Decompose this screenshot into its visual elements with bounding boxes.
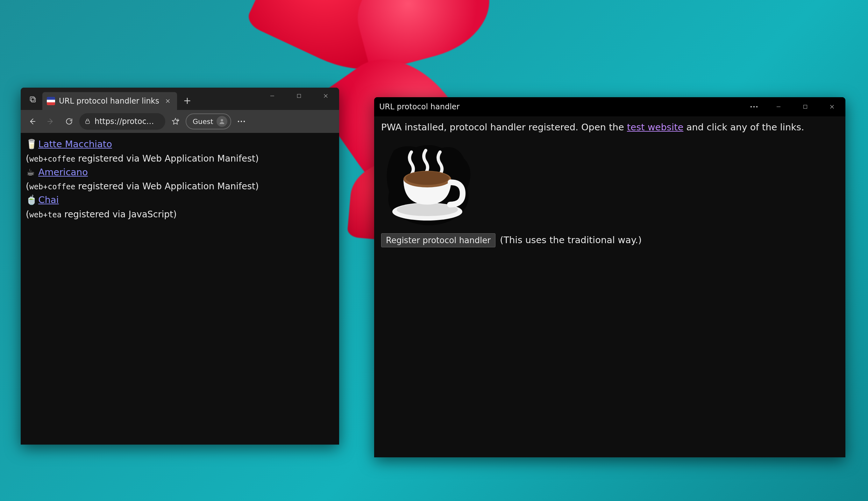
tab-close-button[interactable] (163, 96, 173, 106)
intro-text: PWA installed, protocol handler register… (381, 121, 838, 134)
link-chai[interactable]: Chai (38, 194, 58, 205)
pwa-title: URL protocol handler (379, 102, 460, 111)
protocol-text: web+coffee (29, 182, 76, 191)
svg-rect-0 (30, 97, 34, 101)
browser-toolbar: https://protoc… Guest (21, 110, 339, 133)
svg-rect-2 (297, 94, 301, 98)
maximize-button[interactable] (792, 97, 818, 116)
pwa-window: URL protocol handler PWA installed, prot… (374, 97, 845, 457)
app-menu-button[interactable] (743, 97, 765, 116)
new-tab-button[interactable]: + (179, 93, 195, 108)
minimize-button[interactable] (259, 88, 286, 104)
svg-rect-3 (86, 121, 89, 123)
protocol-text: web+coffee (29, 154, 76, 163)
protocol-text: web+tea (29, 210, 62, 219)
tab-strip: URL protocol handler links + (21, 88, 339, 110)
list-item-sub: (web+tea registered via JavaScript) (26, 208, 334, 221)
address-bar[interactable]: https://protoc… (79, 113, 165, 130)
svg-point-7 (243, 121, 244, 122)
svg-point-5 (238, 121, 239, 122)
avatar-icon (217, 116, 227, 127)
minimize-button[interactable] (765, 97, 792, 116)
tab-actions-button[interactable] (25, 92, 41, 107)
refresh-button[interactable] (61, 113, 77, 130)
maximize-button[interactable] (286, 88, 312, 104)
list-item-sub: (web+coffee registered via Web Applicati… (26, 180, 334, 193)
profile-label: Guest (193, 118, 213, 126)
svg-rect-1 (31, 98, 35, 102)
tab-favicon (47, 97, 55, 105)
register-protocol-button[interactable]: Register protocol handler (381, 233, 495, 247)
tab-title: URL protocol handler links (59, 97, 159, 106)
profile-button[interactable]: Guest (186, 114, 231, 129)
via-text: registered via Web Application Manifest) (75, 153, 259, 164)
list-item-sub: (web+coffee registered via Web Applicati… (26, 152, 334, 166)
svg-point-6 (240, 121, 242, 122)
back-button[interactable] (24, 113, 41, 130)
window-controls (259, 88, 339, 104)
link-latte-macchiato[interactable]: Latte Macchiato (38, 139, 112, 149)
svg-point-15 (406, 171, 449, 185)
link-americano[interactable]: Americano (38, 167, 88, 178)
register-note: (This uses the traditional way.) (500, 234, 641, 247)
list-item: ☕ Americano (26, 166, 334, 179)
via-text: registered via Web Application Manifest) (75, 181, 259, 192)
test-website-link[interactable]: test website (627, 122, 683, 132)
svg-point-10 (756, 106, 758, 107)
intro-after: and click any of the links. (683, 122, 804, 132)
drink-icon: 🍵 (26, 193, 35, 207)
page-content: 🥛 Latte Macchiato (web+coffee registered… (21, 133, 339, 445)
via-text: registered via JavaScript) (62, 209, 177, 220)
close-window-button[interactable] (312, 88, 339, 104)
close-window-button[interactable] (818, 97, 845, 116)
pwa-titlebar: URL protocol handler (374, 97, 845, 116)
site-info-icon[interactable] (84, 118, 91, 125)
address-text: https://protoc… (95, 117, 154, 126)
favorites-button[interactable] (167, 113, 184, 130)
list-item: 🥛 Latte Macchiato (26, 137, 334, 151)
pwa-content: PWA installed, protocol handler register… (374, 116, 845, 457)
register-row: Register protocol handler (This uses the… (381, 233, 838, 247)
more-menu-button[interactable] (233, 113, 250, 130)
coffee-cup-icon (381, 141, 477, 227)
browser-tab[interactable]: URL protocol handler links (42, 92, 177, 110)
intro-before: PWA installed, protocol handler register… (381, 122, 627, 132)
svg-point-4 (221, 119, 223, 121)
svg-point-8 (750, 106, 752, 107)
svg-point-9 (754, 106, 755, 107)
drink-icon: ☕ (26, 166, 35, 179)
drink-icon: 🥛 (26, 137, 35, 151)
list-item: 🍵 Chai (26, 193, 334, 207)
browser-window: URL protocol handler links + https://pro… (21, 88, 339, 445)
forward-button[interactable] (42, 113, 59, 130)
svg-rect-11 (804, 105, 807, 109)
